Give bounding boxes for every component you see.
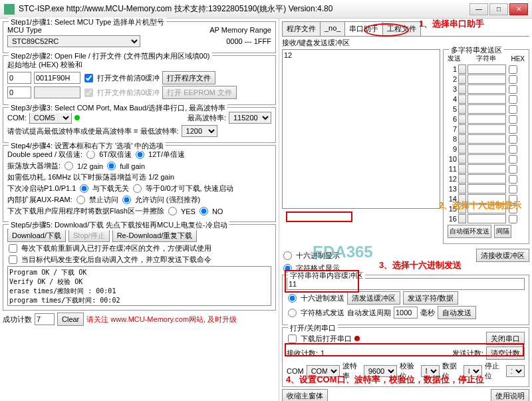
multi-str-12[interactable] xyxy=(467,174,506,184)
tab-program-file[interactable]: 程序文件 xyxy=(282,21,321,36)
multi-hex-11[interactable] xyxy=(509,165,517,174)
multi-str-2[interactable] xyxy=(467,74,506,84)
erase-yes-radio[interactable] xyxy=(168,207,177,215)
multi-str-4[interactable] xyxy=(467,94,506,104)
multi-str-8[interactable] xyxy=(467,134,506,144)
serial-parity-select[interactable]: N xyxy=(421,365,440,377)
reload-on-change-checkbox[interactable] xyxy=(9,255,17,264)
mcu-type-select[interactable]: STC89C52RC xyxy=(7,35,140,47)
multi-str-13[interactable] xyxy=(467,184,506,194)
multi-str-16[interactable] xyxy=(467,214,506,223)
open-program-file-button[interactable]: 打开程序文件 xyxy=(162,71,215,84)
multi-str-5[interactable] xyxy=(467,104,506,114)
multi-str-10[interactable] xyxy=(467,154,506,164)
close-port-button[interactable]: 关闭串口 xyxy=(486,332,525,345)
multi-send-5[interactable] xyxy=(458,104,466,114)
multi-send-15[interactable] xyxy=(458,204,466,213)
tab-project-file[interactable]: 工程文件 xyxy=(382,21,421,36)
redownload-button[interactable]: Re-Download/重复下载 xyxy=(112,229,198,242)
multi-hex-12[interactable] xyxy=(509,175,517,184)
maximize-button[interactable]: □ xyxy=(489,3,508,15)
multi-str-6[interactable] xyxy=(467,114,506,124)
auto-loop-send-button[interactable]: 自动循环发送 xyxy=(448,225,491,238)
multi-send-2[interactable] xyxy=(458,74,466,84)
multi-send-3[interactable] xyxy=(458,84,466,94)
download-button[interactable]: Download/下载 xyxy=(7,229,66,242)
speed-6t-radio[interactable] xyxy=(86,150,95,159)
clear-recv-button[interactable]: 清接收缓冲区 xyxy=(476,249,529,262)
checksum1-input[interactable] xyxy=(34,72,80,84)
multi-send-1[interactable] xyxy=(458,65,466,74)
multi-send-13[interactable] xyxy=(458,184,466,194)
close-button[interactable]: ✕ xyxy=(509,3,528,15)
send-char-button[interactable]: 发送字符/数据 xyxy=(403,291,458,305)
multi-hex-13[interactable] xyxy=(509,185,517,194)
multi-send-11[interactable] xyxy=(458,164,466,174)
multi-str-7[interactable] xyxy=(467,124,506,134)
multi-hex-4[interactable] xyxy=(509,95,517,104)
serial-stopbits-select[interactable]: 1 xyxy=(506,365,525,377)
speed-12t-radio[interactable] xyxy=(136,150,144,159)
minimize-button[interactable]: — xyxy=(469,3,488,15)
multi-hex-6[interactable] xyxy=(509,115,517,124)
interval-button[interactable]: 间隔 xyxy=(494,225,511,238)
multi-hex-3[interactable] xyxy=(509,85,517,94)
multi-str-11[interactable] xyxy=(467,164,506,174)
multi-send-7[interactable] xyxy=(458,124,466,134)
aux-disable-radio[interactable] xyxy=(76,196,85,204)
multi-send-14[interactable] xyxy=(458,194,466,203)
multi-str-14[interactable] xyxy=(467,194,506,203)
multi-send-9[interactable] xyxy=(458,144,466,154)
multi-str-3[interactable] xyxy=(467,84,506,94)
cold-ignore-radio[interactable] xyxy=(80,184,88,193)
auto-send-button[interactable]: 自动发送 xyxy=(438,306,476,319)
hex-display-radio[interactable] xyxy=(283,251,292,260)
com-port-select[interactable]: COM5 xyxy=(29,112,72,124)
max-baud-select[interactable]: 115200 xyxy=(229,112,271,124)
gain-half-radio[interactable] xyxy=(65,162,73,170)
multi-hex-15[interactable] xyxy=(509,205,517,213)
start-addr2-input[interactable] xyxy=(7,86,31,98)
multi-hex-9[interactable] xyxy=(509,145,517,154)
clear-count-button[interactable]: Clear xyxy=(57,313,84,326)
multi-send-10[interactable] xyxy=(458,154,466,164)
reload-before-dl-checkbox[interactable] xyxy=(9,244,17,253)
multi-hex-10[interactable] xyxy=(509,155,517,164)
open-after-dl-checkbox[interactable] xyxy=(288,334,297,343)
serial-baud-select[interactable]: 9600 xyxy=(364,365,397,377)
multi-hex-5[interactable] xyxy=(509,105,517,114)
multi-str-1[interactable] xyxy=(467,65,506,74)
clear-buf1-checkbox[interactable] xyxy=(84,74,93,82)
multi-send-4[interactable] xyxy=(458,94,466,104)
multi-send-6[interactable] xyxy=(458,114,466,124)
aux-enable-radio[interactable] xyxy=(122,196,131,204)
serial-com-select[interactable]: COM5 xyxy=(307,365,340,377)
multi-hex-8[interactable] xyxy=(509,135,517,144)
shrink-window-button[interactable]: 收缩主窗体 xyxy=(282,389,328,401)
multi-str-15[interactable] xyxy=(467,204,506,213)
multi-send-16[interactable] xyxy=(458,214,466,223)
multi-hex-16[interactable] xyxy=(509,215,517,223)
min-baud-select[interactable]: 1200 xyxy=(182,125,217,137)
serial-databits-select[interactable]: 8 xyxy=(464,365,482,377)
char-send-radio[interactable] xyxy=(288,309,297,317)
success-count-input[interactable] xyxy=(35,313,55,325)
tab-no[interactable]: _no_ xyxy=(320,21,345,36)
multi-send-12[interactable] xyxy=(458,174,466,184)
cold-zero-radio[interactable] xyxy=(133,184,142,193)
start-addr1-input[interactable] xyxy=(7,72,31,84)
multi-hex-2[interactable] xyxy=(509,75,517,84)
recv-buffer-textarea[interactable]: 12 xyxy=(282,49,440,209)
clear-send-button[interactable]: 清发送缓冲区 xyxy=(347,291,400,305)
gain-full-radio[interactable] xyxy=(107,162,116,170)
usage-button[interactable]: 使用说明 xyxy=(491,389,529,401)
auto-send-period-input[interactable] xyxy=(394,307,418,319)
multi-hex-7[interactable] xyxy=(509,125,517,134)
erase-no-radio[interactable] xyxy=(200,207,208,215)
multi-send-8[interactable] xyxy=(458,134,466,144)
multi-hex-1[interactable] xyxy=(509,65,517,74)
hex-send-radio[interactable] xyxy=(288,294,297,303)
tab-serial-helper[interactable]: 串口助手 xyxy=(344,21,383,36)
multi-str-9[interactable] xyxy=(467,144,506,154)
multi-hex-14[interactable] xyxy=(509,195,517,203)
